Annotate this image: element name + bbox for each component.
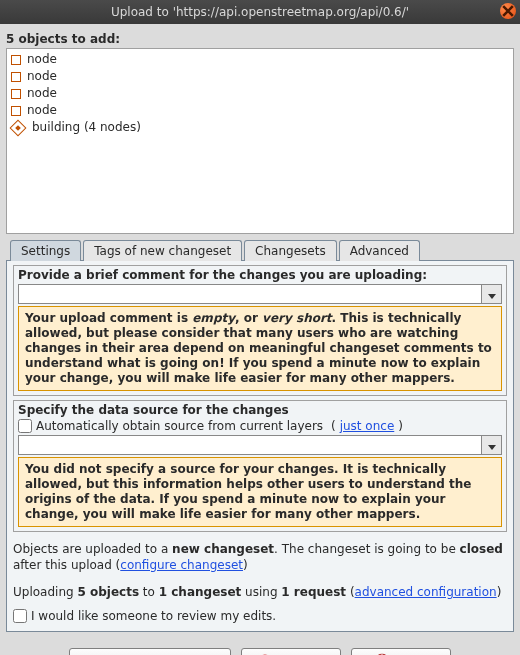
source-group: Specify the data source for the changes … — [13, 400, 507, 532]
dialog-body: 5 objects to add: nodenodenodenodebuildi… — [0, 24, 520, 655]
review-label: I would like someone to review my edits. — [31, 609, 276, 623]
node-icon — [11, 55, 21, 65]
chevron-down-icon — [488, 445, 496, 450]
window-title: Upload to 'https://api.openstreetmap.org… — [111, 5, 409, 19]
tab-tags-of-new-changeset[interactable]: Tags of new changeset — [83, 240, 242, 261]
list-item[interactable]: node — [9, 102, 511, 119]
tab-settings[interactable]: Settings — [10, 240, 81, 261]
auto-source-label: Automatically obtain source from current… — [36, 419, 323, 433]
window-titlebar: Upload to 'https://api.openstreetmap.org… — [0, 0, 520, 24]
list-item[interactable]: building (4 nodes) — [9, 119, 511, 136]
source-warning: You did not specify a source for your ch… — [18, 457, 502, 527]
list-item-label: node — [27, 86, 57, 101]
comment-label: Provide a brief comment for the changes … — [18, 268, 502, 282]
review-row: I would like someone to review my edits. — [13, 609, 507, 623]
changeset-info: Objects are uploaded to a new changeset.… — [13, 542, 507, 573]
source-combo — [18, 435, 502, 455]
upload-button[interactable]: Upload Changes — [69, 648, 230, 655]
list-item[interactable]: node — [9, 51, 511, 68]
advanced-config-link[interactable]: advanced configuration — [355, 585, 497, 599]
node-icon — [11, 72, 21, 82]
comment-group: Provide a brief comment for the changes … — [13, 265, 507, 396]
source-label: Specify the data source for the changes — [18, 403, 502, 417]
review-checkbox[interactable] — [13, 609, 27, 623]
button-bar: Upload Changes Cancel Help — [6, 648, 514, 655]
comment-warning: Your upload comment is empty, or very sh… — [18, 306, 502, 391]
list-item-label: building (4 nodes) — [32, 120, 141, 135]
close-icon[interactable] — [500, 3, 516, 19]
upload-summary: Uploading 5 objects to 1 changeset using… — [13, 585, 507, 601]
comment-combo — [18, 284, 502, 304]
list-item-label: node — [27, 52, 57, 67]
chevron-down-icon — [488, 294, 496, 299]
tab-row: SettingsTags of new changesetChangesetsA… — [6, 240, 514, 261]
tab-advanced[interactable]: Advanced — [339, 240, 420, 261]
auto-source-row: Automatically obtain source from current… — [18, 419, 502, 433]
comment-input[interactable] — [18, 284, 482, 304]
auto-source-checkbox[interactable] — [18, 419, 32, 433]
objects-list[interactable]: nodenodenodenodebuilding (4 nodes) — [6, 48, 514, 234]
help-button[interactable]: Help — [351, 648, 451, 655]
list-item-label: node — [27, 103, 57, 118]
list-item[interactable]: node — [9, 85, 511, 102]
list-item-label: node — [27, 69, 57, 84]
objects-heading: 5 objects to add: — [6, 32, 514, 46]
way-icon — [10, 119, 27, 136]
configure-changeset-link[interactable]: configure changeset — [120, 558, 243, 572]
list-item[interactable]: node — [9, 68, 511, 85]
cancel-button[interactable]: Cancel — [241, 648, 341, 655]
tab-changesets[interactable]: Changesets — [244, 240, 337, 261]
just-once-link[interactable]: just once — [340, 419, 395, 433]
source-dropdown-button[interactable] — [482, 435, 502, 455]
node-icon — [11, 106, 21, 116]
tab-panel-settings: Provide a brief comment for the changes … — [6, 260, 514, 632]
node-icon — [11, 89, 21, 99]
comment-dropdown-button[interactable] — [482, 284, 502, 304]
source-input[interactable] — [18, 435, 482, 455]
